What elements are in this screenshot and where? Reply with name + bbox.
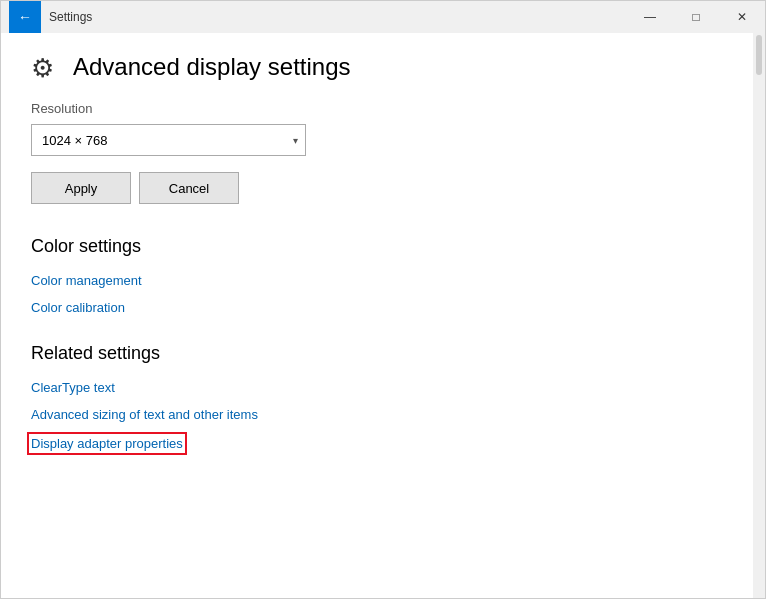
cancel-button[interactable]: Cancel [139, 172, 239, 204]
maximize-icon: □ [692, 10, 699, 24]
color-calibration-link[interactable]: Color calibration [31, 300, 713, 315]
back-icon: ← [18, 9, 32, 25]
related-settings-section: Related settings ClearType text Advanced… [31, 343, 713, 463]
scrollbar-thumb [756, 35, 762, 75]
related-settings-heading: Related settings [31, 343, 713, 364]
color-settings-section: Color settings Color management Color ca… [31, 236, 713, 315]
titlebar-controls: — □ ✕ [627, 1, 765, 33]
gear-icon: ⚙ [31, 53, 59, 81]
resolution-section: Resolution 1024 × 768 800 × 600 1280 × 7… [31, 101, 713, 156]
titlebar-left: ← Settings [9, 1, 92, 33]
resolution-dropdown[interactable]: 1024 × 768 800 × 600 1280 × 720 1366 × 7… [31, 124, 306, 156]
back-button[interactable]: ← [9, 1, 41, 33]
button-row: Apply Cancel [31, 172, 713, 204]
minimize-button[interactable]: — [627, 1, 673, 33]
close-icon: ✕ [737, 10, 747, 24]
display-adapter-link[interactable]: Display adapter properties [31, 436, 183, 451]
advanced-sizing-link[interactable]: Advanced sizing of text and other items [31, 407, 713, 422]
resolution-label: Resolution [31, 101, 713, 116]
page-header: ⚙ Advanced display settings [31, 53, 713, 81]
color-management-link[interactable]: Color management [31, 273, 713, 288]
titlebar-title: Settings [49, 10, 92, 24]
scrollbar[interactable] [753, 33, 765, 598]
page-title: Advanced display settings [73, 53, 351, 81]
color-settings-heading: Color settings [31, 236, 713, 257]
content-area: ⚙ Advanced display settings Resolution 1… [1, 33, 765, 598]
close-button[interactable]: ✕ [719, 1, 765, 33]
cleartype-text-link[interactable]: ClearType text [31, 380, 713, 395]
apply-button[interactable]: Apply [31, 172, 131, 204]
resolution-dropdown-wrapper: 1024 × 768 800 × 600 1280 × 720 1366 × 7… [31, 124, 306, 156]
titlebar: ← Settings — □ ✕ [1, 1, 765, 33]
maximize-button[interactable]: □ [673, 1, 719, 33]
main-content: ⚙ Advanced display settings Resolution 1… [1, 33, 753, 598]
minimize-icon: — [644, 10, 656, 24]
settings-window: ← Settings — □ ✕ ⚙ Advanced display sett… [0, 0, 766, 599]
